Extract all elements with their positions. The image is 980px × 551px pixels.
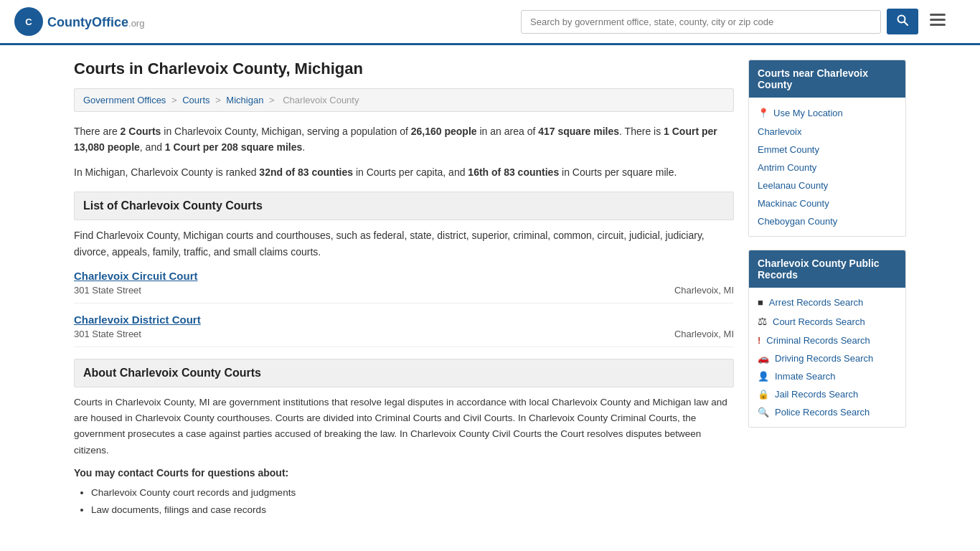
jail-records-label: Jail Records Search — [775, 389, 858, 400]
court-address-0: 301 State Street — [74, 285, 141, 296]
logo-text: CountyOffice.org — [47, 14, 144, 30]
breadcrumb-sep-1: > — [171, 95, 179, 105]
logo-area: C CountyOffice.org — [14, 7, 144, 36]
about-section-header: About Charlevoix County Courts — [74, 359, 734, 387]
svg-text:C: C — [25, 17, 32, 27]
sidebar: Courts near Charlevoix County 📍 Use My L… — [748, 60, 906, 519]
sidebar-use-location[interactable]: 📍 Use My Location — [749, 103, 905, 123]
court-details-0: 301 State Street Charlevoix, MI — [74, 285, 734, 296]
rank-sqmi: 16th of 83 counties — [468, 166, 559, 178]
breadcrumb-courts[interactable]: Courts — [182, 95, 209, 105]
page-title: Courts in Charlevoix County, Michigan — [74, 60, 734, 78]
court-citystate-1: Charlevoix, MI — [674, 329, 734, 339]
court-entry-1: Charlevoix District Court 301 State Stre… — [74, 314, 734, 347]
hamburger-icon — [930, 14, 946, 27]
driving-records-icon: 🚗 — [758, 353, 769, 364]
rank-capita: 32nd of 83 counties — [259, 166, 353, 178]
court-records-label: Court Records Search — [773, 316, 865, 327]
sidebar-driving-records[interactable]: 🚗 Driving Records Search — [749, 349, 905, 367]
court-name-1[interactable]: Charlevoix District Court — [74, 314, 734, 326]
use-location-label: Use My Location — [773, 108, 843, 118]
criminal-records-label: Criminal Records Search — [766, 335, 870, 346]
pin-icon: 📍 — [758, 108, 769, 118]
search-input-wrap — [521, 10, 881, 34]
breadcrumb-government-offices[interactable]: Government Offices — [83, 95, 166, 105]
court-name-0[interactable]: Charlevoix Circuit Court — [74, 270, 734, 282]
site-header: C CountyOffice.org — [0, 0, 980, 45]
police-records-icon: 🔍 — [758, 407, 769, 418]
sidebar-nearby-section: Courts near Charlevoix County 📍 Use My L… — [748, 60, 906, 237]
sidebar-records-section: Charlevoix County Public Records ■ Arres… — [748, 250, 906, 428]
about-text: Courts in Charlevoix County, MI are gove… — [74, 395, 734, 458]
court-details-1: 301 State Street Charlevoix, MI — [74, 329, 734, 339]
breadcrumb: Government Offices > Courts > Michigan >… — [74, 88, 734, 112]
contact-bullet-list: Charlevoix County court records and judg… — [74, 484, 734, 519]
sidebar-arrest-records[interactable]: ■ Arrest Records Search — [749, 293, 905, 311]
description-line2: In Michigan, Charlevoix County is ranked… — [74, 164, 734, 180]
breadcrumb-current: Charlevoix County — [283, 95, 359, 105]
search-icon — [897, 14, 908, 26]
court-address-1: 301 State Street — [74, 329, 141, 339]
hamburger-menu-button[interactable] — [924, 9, 951, 34]
courts-count: 2 Courts — [121, 126, 161, 137]
bullet-1: Law documents, filings and case records — [91, 501, 734, 519]
area: 417 square miles — [538, 126, 619, 137]
svg-rect-6 — [930, 24, 946, 26]
jail-records-icon: 🔒 — [758, 389, 769, 400]
per-sqmi: 1 Court per 208 square miles — [165, 141, 302, 153]
description-line1: There are 2 Courts in Charlevoix County,… — [74, 123, 734, 156]
police-records-label: Police Records Search — [775, 407, 870, 418]
court-entry-0: Charlevoix Circuit Court 301 State Stree… — [74, 270, 734, 303]
sidebar-location-4[interactable]: Mackinac County — [749, 194, 905, 212]
arrest-records-label: Arrest Records Search — [769, 297, 864, 308]
breadcrumb-sep-3: > — [269, 95, 277, 105]
sidebar-location-2[interactable]: Antrim County — [749, 159, 905, 176]
content-area: Courts in Charlevoix County, Michigan Go… — [74, 60, 734, 519]
sidebar-location-5[interactable]: Cheboygan County — [749, 212, 905, 230]
breadcrumb-michigan[interactable]: Michigan — [226, 95, 263, 105]
main-container: Courts in Charlevoix County, Michigan Go… — [60, 45, 920, 534]
population: 26,160 people — [411, 126, 477, 137]
svg-rect-5 — [930, 19, 946, 21]
sidebar-records-links: ■ Arrest Records Search ⚖ Court Records … — [749, 288, 905, 427]
inmate-icon: 👤 — [758, 371, 769, 382]
svg-rect-4 — [930, 14, 946, 16]
sidebar-location-1[interactable]: Emmet County — [749, 141, 905, 159]
search-button[interactable] — [887, 9, 918, 34]
inmate-search-label: Inmate Search — [775, 371, 836, 382]
sidebar-jail-records[interactable]: 🔒 Jail Records Search — [749, 385, 905, 403]
logo-icon: C — [14, 7, 43, 36]
sidebar-location-3[interactable]: Leelanau County — [749, 176, 905, 194]
sidebar-nearby-links: 📍 Use My Location Charlevoix Emmet Count… — [749, 98, 905, 236]
contact-title: You may contact Courts for questions abo… — [74, 467, 734, 479]
driving-records-label: Driving Records Search — [775, 353, 873, 364]
list-section-description: Find Charlevoix County, Michigan courts … — [74, 227, 734, 260]
search-input[interactable] — [521, 10, 881, 34]
sidebar-inmate-search[interactable]: 👤 Inmate Search — [749, 367, 905, 385]
sidebar-records-title: Charlevoix County Public Records — [749, 250, 905, 288]
sidebar-nearby-title: Courts near Charlevoix County — [749, 60, 905, 98]
sidebar-police-records[interactable]: 🔍 Police Records Search — [749, 403, 905, 421]
svg-line-3 — [905, 22, 908, 26]
bullet-0: Charlevoix County court records and judg… — [91, 484, 734, 501]
arrest-icon: ■ — [758, 297, 763, 308]
breadcrumb-sep-2: > — [215, 95, 223, 105]
sidebar-court-records[interactable]: ⚖ Court Records Search — [749, 311, 905, 331]
search-area — [521, 9, 951, 34]
sidebar-location-0[interactable]: Charlevoix — [749, 123, 905, 141]
criminal-records-icon: ! — [758, 335, 760, 346]
court-citystate-0: Charlevoix, MI — [674, 285, 734, 296]
sidebar-criminal-records[interactable]: ! Criminal Records Search — [749, 331, 905, 349]
list-section-header: List of Charlevoix County Courts — [74, 192, 734, 220]
court-records-icon: ⚖ — [758, 315, 767, 328]
